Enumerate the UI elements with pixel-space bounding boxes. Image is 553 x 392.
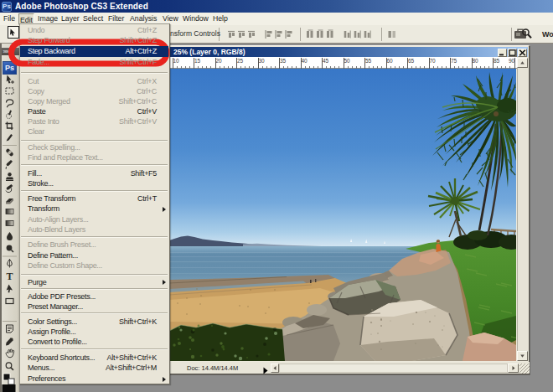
svg-text:T: T: [6, 271, 13, 282]
